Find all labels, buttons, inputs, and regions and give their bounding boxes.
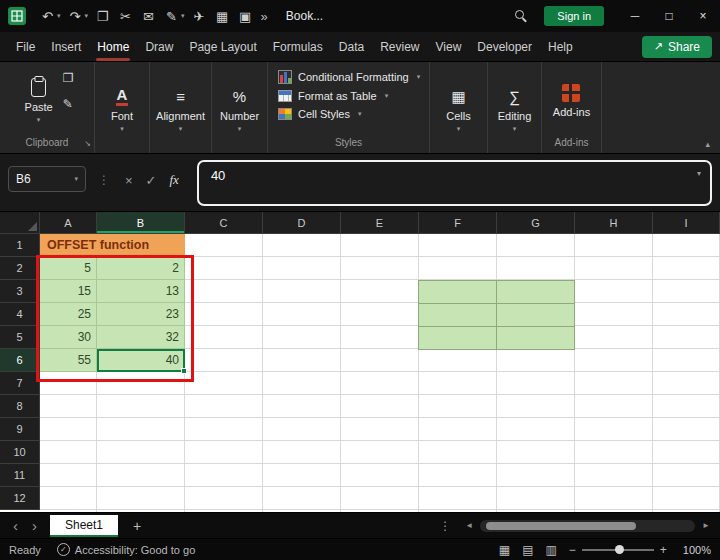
paste-button[interactable]: Paste ▾ (17, 62, 61, 136)
mail-button[interactable]: ✉ (140, 9, 157, 24)
horizontal-scrollbar[interactable] (480, 520, 695, 532)
enter-button[interactable]: ✓ (146, 173, 157, 188)
row-header-10[interactable]: 10 (0, 441, 40, 464)
cell-f4[interactable] (418, 303, 497, 327)
row-header-8[interactable]: 8 (0, 395, 40, 418)
tab-insert[interactable]: Insert (43, 32, 89, 62)
normal-view-button[interactable]: ▦ (499, 543, 510, 557)
scrollbar-menu-icon[interactable]: ⋮ (439, 519, 451, 533)
row-header-7[interactable]: 7 (0, 372, 40, 395)
select-all-button[interactable] (0, 212, 40, 234)
tab-file[interactable]: File (8, 32, 43, 62)
chevron-down-icon[interactable]: ▾ (57, 12, 61, 20)
zoom-level[interactable]: 100% (683, 544, 711, 556)
tab-page-layout[interactable]: Page Layout (181, 32, 264, 62)
editing-menu-button[interactable]: ∑ Editing ▾ (490, 62, 540, 153)
tab-developer[interactable]: Developer (469, 32, 540, 62)
tab-draw[interactable]: Draw (137, 32, 181, 62)
scrollbar-thumb[interactable] (486, 522, 636, 530)
excel-logo-icon[interactable] (8, 7, 26, 25)
copy-button[interactable]: ❐ (94, 9, 111, 24)
row-header-2[interactable]: 2 (0, 257, 40, 280)
zoom-in-button[interactable]: + (660, 543, 667, 557)
undo-button[interactable]: ↶▾ (39, 9, 61, 24)
column-header-a[interactable]: A (40, 212, 97, 234)
cell-f3[interactable] (418, 280, 497, 304)
scroll-left-button[interactable]: ◄ (461, 521, 477, 530)
formula-bar-expand-icon[interactable]: ▾ (697, 169, 701, 178)
maximize-button[interactable]: □ (652, 0, 686, 32)
qat-overflow-button[interactable]: » (261, 9, 268, 24)
tab-help[interactable]: Help (540, 32, 581, 62)
sign-in-button[interactable]: Sign in (544, 6, 604, 26)
column-header-h[interactable]: H (575, 212, 653, 234)
share-button[interactable]: ↗Share (642, 36, 712, 58)
row-header-11[interactable]: 11 (0, 464, 40, 487)
tab-formulas[interactable]: Formulas (265, 32, 331, 62)
column-header-e[interactable]: E (341, 212, 419, 234)
row-header-9[interactable]: 9 (0, 418, 40, 441)
row-header-3[interactable]: 3 (0, 280, 40, 303)
chevron-down-icon[interactable]: ▾ (74, 175, 78, 183)
alignment-menu-button[interactable]: ≡ Alignment ▾ (148, 62, 213, 153)
addins-button[interactable]: Add-ins (545, 62, 598, 136)
number-menu-button[interactable]: % Number ▾ (212, 62, 267, 153)
sheet-tab-sheet1[interactable]: Sheet1 (50, 515, 118, 537)
page-break-view-button[interactable]: ▥ (545, 543, 556, 557)
chevron-down-icon[interactable]: ▾ (85, 12, 89, 20)
scroll-right-button[interactable]: ► (698, 521, 714, 530)
page-layout-view-button[interactable]: ▤ (522, 543, 533, 557)
row-header-5[interactable]: 5 (0, 326, 40, 349)
sheet-next-button[interactable]: › (25, 513, 44, 539)
name-box[interactable]: B6 ▾ (8, 166, 86, 192)
column-header-c[interactable]: C (185, 212, 263, 234)
tab-home[interactable]: Home (89, 32, 137, 62)
collapse-ribbon-icon[interactable]: ▴ (705, 139, 710, 149)
copy-small-button[interactable]: ❐ (63, 72, 74, 84)
cells-menu-button[interactable]: ▦ Cells ▾ (438, 62, 478, 153)
row-header-12[interactable]: 12 (0, 487, 40, 510)
cell-f5[interactable] (418, 326, 497, 350)
snapshot-button[interactable]: ▣ (237, 9, 254, 24)
accessibility-status[interactable]: Accessibility: Good to go (75, 544, 195, 556)
search-icon[interactable] (514, 9, 528, 23)
cell-g5[interactable] (496, 326, 575, 350)
format-painter-button[interactable]: ✎▾ (163, 9, 185, 24)
cell-g3[interactable] (496, 280, 575, 304)
insert-function-button[interactable]: fx (170, 172, 179, 188)
column-header-d[interactable]: D (263, 212, 341, 234)
conditional-formatting-button[interactable]: Conditional Formatting▾ (278, 70, 420, 84)
tab-data[interactable]: Data (331, 32, 372, 62)
cell-g4[interactable] (496, 303, 575, 327)
formula-input[interactable]: 40 ▾ (197, 160, 712, 206)
row-header-4[interactable]: 4 (0, 303, 40, 326)
table-button[interactable]: ▦ (214, 9, 231, 24)
font-menu-button[interactable]: A Font ▾ (103, 62, 141, 153)
tab-review[interactable]: Review (372, 32, 427, 62)
redo-button[interactable]: ↷▾ (67, 9, 89, 24)
send-button[interactable]: ✈ (191, 9, 208, 24)
row-header-1[interactable]: 1 (0, 234, 40, 257)
cut-button[interactable]: ✂ (117, 9, 134, 24)
column-header-i[interactable]: I (653, 212, 720, 234)
format-as-table-button[interactable]: Format as Table▾ (278, 90, 420, 102)
tab-view[interactable]: View (428, 32, 470, 62)
column-header-f[interactable]: F (419, 212, 497, 234)
chevron-down-icon[interactable]: ▾ (181, 12, 185, 20)
cells-area[interactable]: OFFSET function 5 2 15 13 25 23 30 32 55… (40, 234, 720, 512)
column-header-g[interactable]: G (497, 212, 575, 234)
zoom-slider-thumb[interactable] (615, 545, 624, 554)
format-painter-small-button[interactable]: ✎ (63, 98, 74, 110)
dialog-launcher-icon[interactable]: ↘ (84, 137, 91, 150)
close-button[interactable]: × (686, 0, 720, 32)
zoom-slider[interactable] (582, 549, 654, 551)
cancel-button[interactable]: × (125, 173, 133, 188)
cell-a1-title[interactable]: OFFSET function (40, 234, 185, 257)
column-header-b[interactable]: B (97, 212, 185, 234)
cell-styles-button[interactable]: Cell Styles▾ (278, 108, 420, 120)
add-sheet-button[interactable]: + (124, 518, 150, 534)
minimize-button[interactable]: ─ (618, 0, 652, 32)
row-header-6[interactable]: 6 (0, 349, 40, 372)
sheet-prev-button[interactable]: ‹ (6, 513, 25, 539)
zoom-out-button[interactable]: − (569, 543, 576, 557)
